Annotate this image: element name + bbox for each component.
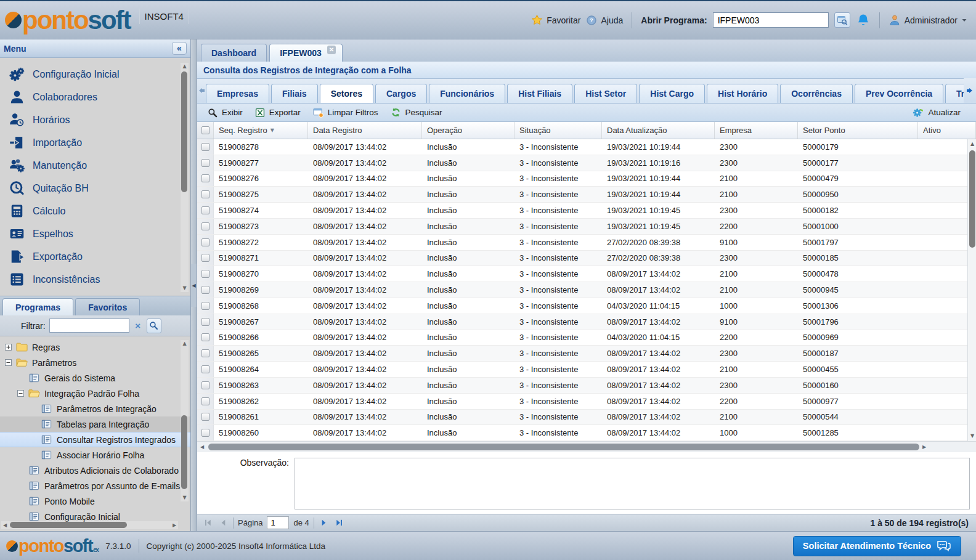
subtab-hist-cargo[interactable]: Hist Cargo: [639, 84, 705, 103]
program-lookup-button[interactable]: [834, 12, 850, 28]
row-checkbox[interactable]: [201, 333, 209, 341]
menu-item-inconsistencias[interactable]: Inconsistências: [0, 268, 190, 291]
row-checkbox[interactable]: [201, 254, 209, 262]
table-row[interactable]: 51900826608/09/2017 13:44:02Inclusão3 - …: [197, 330, 967, 346]
scroll-down-icon[interactable]: ▼: [968, 432, 976, 440]
scroll-right-icon[interactable]: ▶: [171, 521, 178, 529]
subtab-hist-setor[interactable]: Hist Setor: [574, 84, 637, 103]
scrollbar-thumb[interactable]: [181, 415, 187, 489]
row-checkbox[interactable]: [201, 238, 209, 246]
table-row[interactable]: 51900827308/09/2017 13:44:02Inclusão3 - …: [197, 219, 967, 235]
collapse-menu-button[interactable]: «: [172, 42, 187, 55]
menu-item-calculo[interactable]: Cálculo: [0, 200, 190, 222]
column-header-situacao[interactable]: Situação: [514, 122, 602, 139]
subtab-filiais[interactable]: Filiais: [271, 84, 318, 103]
row-checkbox[interactable]: [201, 222, 209, 230]
table-row[interactable]: 51900827708/09/2017 13:44:02Inclusão3 - …: [197, 155, 967, 171]
scroll-down-icon[interactable]: ▼: [181, 494, 189, 501]
menu-item-colaboradores[interactable]: Colaboradores: [0, 86, 190, 108]
atualizar-button[interactable]: Atualizar: [907, 105, 966, 120]
tab-ifpew003[interactable]: IFPEW003 ✕: [269, 44, 343, 62]
table-row[interactable]: 51900826108/09/2017 13:44:02Inclusão3 - …: [197, 410, 967, 426]
menu-item-exportacao[interactable]: Exportação: [0, 245, 190, 268]
table-row[interactable]: 51900827408/09/2017 13:44:02Inclusão3 - …: [197, 203, 967, 219]
row-checkbox[interactable]: [201, 302, 209, 310]
scrollbar-thumb[interactable]: [10, 522, 127, 528]
subtab-hist-horario[interactable]: Hist Horário: [707, 84, 778, 103]
table-row[interactable]: 51900826308/09/2017 13:44:02Inclusão3 - …: [197, 378, 967, 394]
subtab-empresas[interactable]: Empresas: [206, 84, 269, 103]
tree-item-associar-horario-folha[interactable]: Associar Horário Folha: [0, 447, 190, 463]
menu-item-manutencao[interactable]: Manutenção: [0, 154, 190, 177]
favorite-button[interactable]: Favoritar: [531, 14, 580, 26]
menu-vertical-scrollbar[interactable]: ▲ ▼: [181, 63, 189, 292]
exibir-button[interactable]: Exibir: [202, 106, 248, 120]
exportar-button[interactable]: Exportar: [250, 106, 306, 120]
scroll-left-icon[interactable]: ◀: [197, 442, 207, 452]
subtab-hist-filiais[interactable]: Hist Filiais: [507, 84, 572, 103]
next-page-button[interactable]: [319, 517, 330, 529]
row-checkbox[interactable]: [201, 270, 209, 278]
table-row[interactable]: 51900827608/09/2017 13:44:02Inclusão3 - …: [197, 171, 967, 187]
notifications-button[interactable]: [856, 13, 871, 28]
panel-splitter[interactable]: ◀: [191, 39, 197, 531]
row-checkbox[interactable]: [201, 349, 209, 357]
filter-search-button[interactable]: [147, 319, 161, 333]
table-row[interactable]: 51900827208/09/2017 13:44:02Inclusão3 - …: [197, 235, 967, 251]
table-row[interactable]: 51900826908/09/2017 13:44:02Inclusão3 - …: [197, 282, 967, 298]
table-row[interactable]: 51900827508/09/2017 13:44:02Inclusão3 - …: [197, 187, 967, 203]
table-row[interactable]: 51900826708/09/2017 13:44:02Inclusão3 - …: [197, 314, 967, 330]
tree-item-tabelas-para-integracao[interactable]: Tabelas para Integração: [0, 416, 190, 432]
menu-item-configuracao-inicial[interactable]: Configuração Inicial: [0, 63, 190, 86]
table-row[interactable]: 51900826008/09/2017 13:44:02Inclusão3 - …: [197, 425, 967, 441]
tree-item-parametros[interactable]: Parâmetros: [0, 355, 190, 370]
tree-vertical-scrollbar[interactable]: ▲ ▼: [181, 340, 189, 501]
tree-expander-minus-icon[interactable]: [17, 390, 24, 397]
tree-item-regras[interactable]: Regras: [0, 339, 190, 355]
scrollbar-thumb[interactable]: [208, 444, 919, 450]
table-row[interactable]: 51900827108/09/2017 13:44:02Inclusão3 - …: [197, 251, 967, 267]
menu-item-importacao[interactable]: Importação: [0, 131, 190, 154]
scroll-up-icon[interactable]: ▲: [181, 340, 189, 347]
pesquisar-button[interactable]: Pesquisar: [385, 105, 448, 120]
column-header-empresa[interactable]: Empresa: [715, 122, 798, 139]
subtab-prev-ocorrencia[interactable]: Prev Ocorrência: [855, 84, 943, 103]
tree-item-atributos-adicionais-de-colaborado[interactable]: Atributos Adicionais de Colaborado: [0, 463, 190, 478]
subtabs-scroll-left-button[interactable]: [197, 78, 206, 103]
tree-horizontal-scrollbar[interactable]: ◀ ▶: [1, 521, 178, 529]
scroll-left-icon[interactable]: ◀: [1, 521, 9, 529]
grid-vertical-scrollbar[interactable]: ▲ ▼: [967, 139, 976, 441]
column-header-setor-ponto[interactable]: Setor Ponto: [798, 122, 918, 139]
subtab-funcionarios[interactable]: Funcionários: [429, 84, 505, 103]
subtab-cargos[interactable]: Cargos: [375, 84, 427, 103]
tree-expander-minus-icon[interactable]: [5, 359, 12, 366]
subtabs-scroll-right-button[interactable]: [964, 78, 976, 103]
limpar-filtros-button[interactable]: Limpar Filtros: [307, 105, 384, 120]
table-row[interactable]: 51900827808/09/2017 13:44:02Inclusão3 - …: [197, 139, 967, 155]
row-checkbox[interactable]: [201, 381, 209, 389]
splitter-collapse-handle[interactable]: ◀: [191, 264, 197, 307]
scroll-up-icon[interactable]: ▲: [181, 63, 189, 70]
table-row[interactable]: 51900826508/09/2017 13:44:02Inclusão3 - …: [197, 346, 967, 362]
column-header-data-atualizacao[interactable]: Data Atualização: [602, 122, 715, 139]
menu-item-horarios[interactable]: Horários: [0, 108, 190, 131]
row-checkbox[interactable]: [201, 413, 209, 421]
scroll-right-icon[interactable]: ▶: [919, 442, 929, 452]
row-checkbox[interactable]: [201, 143, 209, 151]
tree-item-parametros-por-assunto-de-e-mails[interactable]: Parâmetros por Assunto de E-mails: [0, 478, 190, 493]
last-page-button[interactable]: [334, 517, 345, 529]
tree-item-consultar-registros-integrados[interactable]: Consultar Registros Integrados: [0, 432, 190, 447]
help-button[interactable]: ? Ajuda: [586, 15, 623, 26]
menu-item-quitacao-bh[interactable]: Quitação BH: [0, 177, 190, 200]
column-header-ativo[interactable]: Ativo: [918, 122, 976, 139]
scroll-down-icon[interactable]: ▼: [181, 285, 189, 292]
tab-favoritos[interactable]: Favoritos: [75, 298, 140, 315]
observacao-input[interactable]: [295, 458, 970, 509]
tree-item-gerais-do-sistema[interactable]: Gerais do Sistema: [0, 370, 190, 386]
table-row[interactable]: 51900826808/09/2017 13:44:02Inclusão3 - …: [197, 298, 967, 314]
tree-item-integracao-padrao-folha[interactable]: Integração Padrão Folha: [0, 386, 190, 401]
grid-horizontal-scrollbar[interactable]: ◀ ▶: [197, 441, 976, 452]
table-row[interactable]: 51900826408/09/2017 13:44:02Inclusão3 - …: [197, 362, 967, 378]
table-row[interactable]: 51900827008/09/2017 13:44:02Inclusão3 - …: [197, 266, 967, 282]
scroll-up-icon[interactable]: ▲: [968, 140, 976, 148]
